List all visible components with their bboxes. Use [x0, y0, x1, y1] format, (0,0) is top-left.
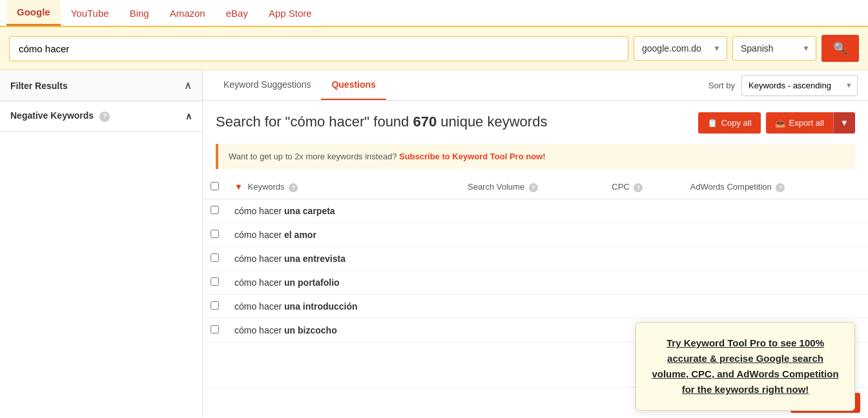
promo-text: Want to get up to 2x more keywords inste…	[229, 152, 397, 161]
table-row: cómo hacer un portafolio	[203, 271, 868, 295]
adwords-help-icon[interactable]: ?	[776, 183, 785, 192]
export-all-label: Export all	[789, 118, 824, 128]
domain-select[interactable]: google.com.do google.com google.es googl…	[634, 36, 727, 61]
search-input[interactable]	[9, 36, 628, 61]
tab-appstore[interactable]: App Store	[258, 1, 322, 25]
keyword-bold: una carpeta	[284, 206, 335, 216]
keyword-bold: una introducción	[284, 301, 358, 312]
tab-ebay[interactable]: eBay	[216, 1, 258, 25]
pro-line2: accurate & precise Google search	[667, 353, 823, 364]
row-cpc-cell	[604, 199, 682, 223]
content-tabs-bar: Keyword Suggestions Questions Sort by Ke…	[203, 70, 868, 101]
table-body: cómo hacer una carpeta cómo hacer el amo…	[203, 199, 868, 343]
row-adwords-cell	[683, 223, 868, 247]
result-title-suffix: unique keywords	[437, 114, 547, 130]
row-volume-cell	[460, 295, 604, 319]
row-checkbox-2[interactable]	[211, 254, 219, 262]
language-select[interactable]: Spanish English Portuguese French	[732, 36, 816, 61]
row-checkbox-0[interactable]	[211, 206, 219, 214]
row-keyword-cell: cómo hacer un bizcocho	[227, 319, 460, 343]
table-row: cómo hacer una carpeta	[203, 199, 868, 223]
th-cpc: CPC ?	[604, 175, 682, 199]
row-checkbox-cell	[203, 295, 227, 319]
row-keyword-cell: cómo hacer el amor	[227, 223, 460, 247]
row-adwords-cell	[683, 271, 868, 295]
result-count: 670	[413, 114, 437, 130]
row-checkbox-1[interactable]	[211, 230, 219, 238]
export-dropdown-arrow-icon: ▼	[840, 118, 849, 128]
filter-results-section: Filter Results ∧	[0, 70, 202, 101]
row-checkbox-3[interactable]	[211, 277, 219, 286]
export-icon: 📤	[775, 118, 785, 128]
row-volume-cell	[460, 199, 604, 223]
search-bar: google.com.do google.com google.es googl…	[0, 27, 868, 70]
filter-results-header[interactable]: Filter Results ∧	[0, 70, 202, 101]
row-cpc-cell	[604, 295, 682, 319]
row-cpc-cell	[604, 271, 682, 295]
keyword-prefix: cómo hacer	[234, 277, 284, 288]
th-search-volume: Search Volume ?	[460, 175, 604, 199]
negative-keywords-header[interactable]: Negative Keywords ? ∧	[0, 101, 202, 131]
tab-bing[interactable]: Bing	[119, 1, 160, 25]
table-header-row: ▼ Keywords ? Search Volume ? CPC ? AdWor…	[203, 175, 868, 199]
select-all-checkbox[interactable]	[211, 182, 219, 190]
th-checkbox	[203, 175, 227, 199]
sort-select[interactable]: Keywords - ascending Keywords - descendi…	[741, 75, 858, 96]
pro-line1: Try Keyword Tool Pro to see 100%	[666, 337, 824, 348]
tab-amazon[interactable]: Amazon	[160, 1, 216, 25]
search-icon: 🔍	[833, 41, 847, 55]
keyword-prefix: cómo hacer	[234, 301, 284, 312]
keyword-prefix: cómo hacer	[234, 254, 284, 264]
search-button[interactable]: 🔍	[822, 35, 859, 62]
row-cpc-cell	[604, 247, 682, 271]
keyword-bold: un portafolio	[284, 277, 340, 288]
th-keywords: ▼ Keywords ?	[227, 175, 460, 199]
negative-keywords-label: Negative Keywords	[10, 110, 94, 121]
sort-arrow-icon: ▼	[234, 182, 243, 192]
th-keywords-label: Keywords	[248, 182, 285, 192]
tab-google[interactable]: Google	[6, 0, 61, 26]
pro-tooltip-text[interactable]: Try Keyword Tool Pro to see 100% accurat…	[650, 335, 840, 397]
export-all-dropdown-button[interactable]: ▼	[833, 112, 855, 134]
tab-keyword-suggestions[interactable]: Keyword Suggestions	[213, 70, 321, 100]
keyword-bold: una entrevista	[284, 254, 346, 264]
row-volume-cell	[460, 319, 604, 343]
result-title: Search for "cómo hacer" found 670 unique…	[216, 112, 547, 132]
result-title-prefix: Search for "cómo hacer" found	[216, 114, 413, 130]
tab-youtube[interactable]: YouTube	[61, 1, 119, 25]
th-search-volume-label: Search Volume	[468, 182, 524, 192]
promo-link[interactable]: Subscribe to Keyword Tool Pro now!	[399, 152, 546, 161]
copy-all-button[interactable]: 📋 Copy all	[698, 112, 761, 134]
negative-keywords-help-icon[interactable]: ?	[99, 112, 110, 122]
copy-all-label: Copy all	[721, 118, 752, 128]
keywords-help-icon[interactable]: ?	[289, 183, 298, 192]
main-layout: Filter Results ∧ Negative Keywords ? ∧ K…	[0, 70, 868, 417]
negative-keywords-container: Negative Keywords ?	[10, 110, 110, 122]
negative-keywords-section: Negative Keywords ? ∧	[0, 101, 202, 132]
row-checkbox-4[interactable]	[211, 301, 219, 310]
export-all-button[interactable]: 📤 Export all	[766, 112, 833, 134]
row-cpc-cell	[604, 223, 682, 247]
language-select-wrapper: Spanish English Portuguese French ▼	[732, 36, 816, 61]
row-checkbox-cell	[203, 319, 227, 343]
row-keyword-cell: cómo hacer una introducción	[227, 295, 460, 319]
content-area: Keyword Suggestions Questions Sort by Ke…	[203, 70, 868, 417]
tab-questions[interactable]: Questions	[321, 70, 386, 100]
keyword-bold: un bizcocho	[284, 325, 337, 335]
table-row: cómo hacer una introducción	[203, 295, 868, 319]
row-keyword-cell: cómo hacer una entrevista	[227, 247, 460, 271]
row-checkbox-5[interactable]	[211, 325, 219, 333]
sort-select-wrapper: Keywords - ascending Keywords - descendi…	[741, 75, 858, 96]
search-volume-help-icon[interactable]: ?	[529, 183, 538, 192]
row-adwords-cell	[683, 199, 868, 223]
row-volume-cell	[460, 223, 604, 247]
copy-all-icon: 📋	[707, 118, 718, 128]
sort-area: Sort by Keywords - ascending Keywords - …	[708, 75, 858, 96]
table-row: cómo hacer el amor	[203, 223, 868, 247]
th-adwords: AdWords Competition ?	[683, 175, 868, 199]
pro-line3: volume, CPC, and AdWords Competition	[652, 368, 838, 379]
row-checkbox-cell	[203, 199, 227, 223]
cpc-help-icon[interactable]: ?	[634, 183, 643, 192]
keyword-bold: el amor	[284, 230, 316, 240]
result-actions: 📋 Copy all 📤 Export all ▼	[698, 112, 855, 134]
